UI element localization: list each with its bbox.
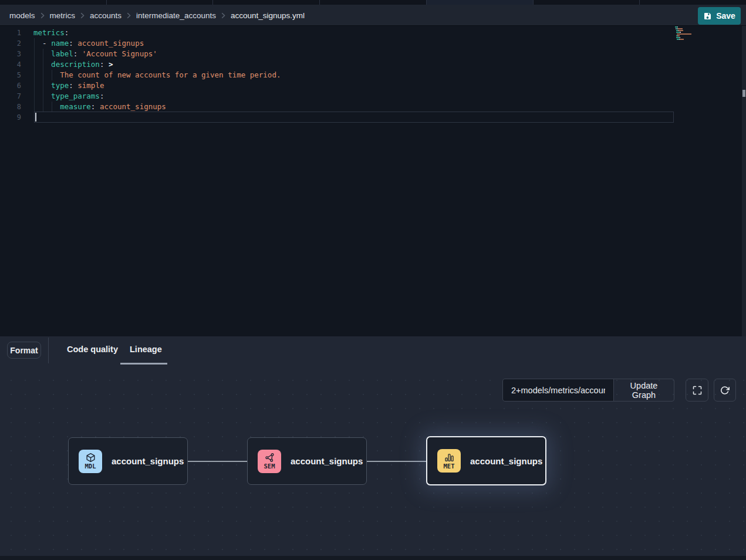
code-token [33,102,60,111]
line-number: 6 [0,80,21,91]
code-token: description [51,60,100,69]
code-token: account_signups [77,39,144,48]
code-line[interactable]: 3 label: 'Account Signups' [0,49,746,59]
minimap-token [677,33,691,35]
minimap-line [675,32,711,33]
code-editor[interactable]: 1metrics:2 - name: account_signups3 labe… [0,26,746,336]
breadcrumb-item[interactable]: account_signups.yml [231,11,305,20]
tab-lineage[interactable]: Lineage [130,345,162,354]
lineage-node-sem[interactable]: SEMaccount_signups [247,437,367,485]
lineage-node-met[interactable]: METaccount_signups [426,436,546,485]
breadcrumb-item[interactable]: accounts [90,11,121,20]
format-button[interactable]: Format [7,342,41,359]
minimap-token [680,37,680,38]
graph-controls: Update Graph [502,379,674,402]
code-token: The count of new accounts for a given ti… [60,70,281,79]
line-number: 9 [0,112,21,123]
bottom-panel: Format Code qualityLineage MDLaccount_si… [0,336,746,560]
lineage-edge [367,461,426,462]
lineage-node-mdl[interactable]: MDLaccount_signups [68,437,188,485]
chevron-right-icon [80,12,85,19]
line-number: 2 [0,38,21,49]
minimap-line [675,41,711,42]
top-tab-stub[interactable] [534,0,640,5]
tab-code-quality[interactable]: Code quality [67,345,118,354]
node-name: account_signups [291,456,363,466]
fullscreen-icon [693,386,702,395]
fullscreen-button[interactable] [686,379,708,402]
top-tab-stub[interactable] [320,0,427,5]
line-number: 3 [0,49,21,59]
code-token [104,60,109,69]
scrollbar-handle[interactable] [742,90,745,97]
code-lines: 1metrics:2 - name: account_signups3 labe… [0,28,746,123]
minimap-line [675,37,711,38]
active-line-highlight [34,112,674,123]
update-graph-button[interactable]: Update Graph [613,379,674,402]
lineage-selector-input[interactable] [502,379,614,402]
indent-guide [52,102,52,112]
code-token: : [69,39,73,48]
code-line[interactable]: 6 type: simple [0,80,746,91]
code-line[interactable]: 5 The count of new accounts for a given … [0,70,746,80]
minimap-token [680,39,684,40]
top-tab-strip [0,0,746,5]
code-text: description: > [33,59,113,70]
code-token: metrics [33,28,65,37]
bar-chart-icon: MET [437,449,461,473]
divider [48,338,49,363]
refresh-icon [720,386,730,395]
code-text: measure: account_signups [33,102,166,112]
code-line[interactable]: 1metrics: [0,28,746,38]
code-text: type: simple [33,80,104,91]
code-token [77,49,82,58]
code-token [33,70,60,79]
code-token: 'Account Signups' [82,49,157,58]
save-button[interactable]: Save [698,7,741,25]
semantic-graph-icon: SEM [258,450,281,473]
code-line[interactable]: 9 [0,112,746,123]
indent-guide [34,59,35,70]
node-type-label: MDL [85,463,96,470]
breadcrumb-item[interactable]: models [9,11,35,20]
code-line[interactable]: 7 type_params: [0,91,746,102]
indent-guide [34,102,35,112]
line-number: 7 [0,91,21,102]
code-token [95,102,100,111]
minimap[interactable] [675,26,711,42]
code-token: name [51,39,69,48]
code-line[interactable]: 2 - name: account_signups [0,38,746,49]
editor-scrollbar[interactable] [742,26,746,336]
minimap-line [675,35,711,36]
minimap-token [678,35,680,36]
refresh-button[interactable] [714,379,736,402]
node-type-label: MET [444,463,455,470]
code-line[interactable]: 4 description: > [0,59,746,70]
text-cursor [35,113,36,122]
minimap-token [677,26,678,28]
code-text: metrics: [33,28,69,38]
breadcrumb-item[interactable]: intermediate_accounts [136,11,216,20]
code-token: - [42,39,51,48]
indent-guide [34,49,35,59]
active-tab-underline [120,363,167,365]
code-token: simple [77,81,104,90]
breadcrumb-item[interactable]: metrics [50,11,76,20]
minimap-line [675,26,711,28]
indent-guide [34,38,35,49]
minimap-token [680,32,681,33]
code-token: > [109,60,113,69]
indent-guide [43,59,43,70]
save-icon [703,12,712,21]
code-token: measure [60,102,91,111]
footer-strip [0,556,746,560]
top-tab-stub[interactable] [107,0,214,5]
code-line[interactable]: 8 measure: account_signups [0,102,746,112]
top-tab-stub[interactable] [213,0,320,5]
top-tab-stub[interactable] [0,0,107,5]
top-tab-stub[interactable] [640,0,746,5]
top-tab-stub[interactable] [427,0,534,5]
line-number: 8 [0,102,21,112]
chevron-right-icon [221,12,225,19]
chevron-right-icon [40,12,45,19]
